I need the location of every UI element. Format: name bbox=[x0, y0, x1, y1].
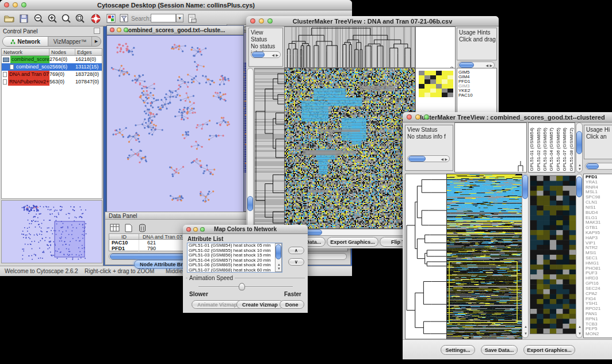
zoom-selected-icon[interactable] bbox=[60, 13, 72, 24]
tv2-gene-label[interactable]: PHO81 bbox=[586, 266, 612, 271]
network-frame-active[interactable]: combined_scores_good.txt--cluste... bbox=[106, 25, 244, 212]
zoom-fit-icon[interactable] bbox=[74, 13, 86, 24]
tv2-collabel-scrollbar[interactable]: ▲▼ bbox=[576, 122, 583, 173]
tv2-gene-label[interactable]: MSI1 bbox=[586, 251, 612, 256]
open-file-icon[interactable] bbox=[3, 13, 15, 24]
attribute-table-icon[interactable] bbox=[109, 222, 120, 233]
tv2-gene-label[interactable]: FIG4 bbox=[586, 297, 612, 302]
tv2-gene-label[interactable]: HAP3 bbox=[586, 236, 612, 241]
attribute-list-scrollbar[interactable]: ▲▼ bbox=[275, 243, 282, 272]
tv2-gene-label[interactable]: YRA1 bbox=[586, 180, 612, 185]
tv2-status-scrollbar[interactable]: ◀▶ bbox=[407, 155, 450, 162]
tv1-heatmap-canvas[interactable] bbox=[284, 68, 415, 229]
tv2-gene-label[interactable]: MSL1 bbox=[586, 190, 612, 195]
tv1-row-label[interactable]: PAC10 bbox=[458, 93, 496, 98]
tv2-button-settings[interactable]: Settings... bbox=[441, 345, 475, 355]
filter-icon[interactable] bbox=[118, 13, 130, 24]
move-down-button[interactable]: ∨ bbox=[288, 258, 304, 266]
tv2-column-label[interactable]: GPL51-04 (GSM857) bbox=[548, 128, 554, 171]
tv2-gene-label[interactable]: MON2 bbox=[586, 332, 612, 337]
tv2-gene-label[interactable]: HMG1 bbox=[586, 261, 612, 266]
attribute-list[interactable]: GPL51-01 (GSM854) heat shock 05 minGPL51… bbox=[187, 243, 282, 273]
window-controls[interactable] bbox=[4, 2, 26, 7]
network-table-row[interactable]: combined_sco2569(6)13112(15) bbox=[2, 63, 102, 71]
tv2-column-label[interactable]: GPL51-06 (GSM865) bbox=[555, 128, 561, 171]
tv2-gene-label[interactable]: PAN1 bbox=[586, 312, 612, 317]
birdseye-canvas[interactable] bbox=[2, 201, 102, 263]
vizmapper-icon[interactable] bbox=[105, 13, 117, 24]
tv2-gene-label[interactable]: SEC1 bbox=[586, 256, 612, 261]
tv2-hints-scrollbar[interactable] bbox=[585, 163, 612, 170]
minimize-icon[interactable] bbox=[193, 227, 198, 232]
network-table-row[interactable]: combined_scores2764(0)16218(0) bbox=[2, 56, 102, 63]
tv2-column-label[interactable]: GPL51-07 (GSM868) bbox=[561, 128, 568, 171]
network-view-canvas[interactable] bbox=[107, 35, 243, 212]
tv2-column-label[interactable]: GPL51-01 (GSM854) bbox=[529, 128, 535, 171]
zoom-window-icon[interactable] bbox=[124, 28, 128, 32]
close-icon[interactable] bbox=[110, 28, 114, 32]
network-table-row[interactable]: DNA and Tran 07769(0)183728(0) bbox=[2, 71, 102, 78]
tv2-gene-label[interactable]: PFD1 bbox=[586, 175, 612, 180]
tv2-gene-label[interactable]: KAP95 bbox=[586, 231, 612, 236]
attribute-list-item[interactable]: GPL51-07 (GSM868) heat shock 60 min bbox=[189, 268, 282, 273]
tv2-gene-label[interactable]: GTB1 bbox=[586, 225, 612, 231]
tv2-gene-label[interactable]: CPA2 bbox=[586, 292, 612, 297]
treeview1-titlebar[interactable]: ClusterMaker TreeView : DNA and Tran 07-… bbox=[246, 16, 499, 26]
close-icon[interactable] bbox=[407, 114, 412, 120]
tv2-row-dendrogram[interactable] bbox=[405, 174, 447, 339]
tv2-gene-label[interactable]: NTR2 bbox=[586, 246, 612, 251]
tv2-gene-label[interactable]: RNR4 bbox=[586, 185, 612, 190]
map-dialog-titlebar[interactable]: Map Colors to Network bbox=[183, 225, 308, 234]
tv2-gene-label[interactable]: MAK31 bbox=[586, 220, 612, 225]
tv2-column-label[interactable]: GPL51-03 (GSM856) bbox=[542, 128, 548, 171]
save-icon[interactable] bbox=[18, 13, 29, 24]
tv2-button-export-graphics[interactable]: Export Graphics... bbox=[523, 345, 575, 355]
tv2-gene-label[interactable]: VIP1 bbox=[586, 241, 612, 246]
close-icon[interactable] bbox=[4, 2, 9, 7]
tab-overflow-arrow[interactable]: ▶ bbox=[91, 37, 101, 46]
minimize-icon[interactable] bbox=[13, 2, 18, 7]
speed-slider-track[interactable] bbox=[198, 286, 293, 288]
tv1-left-scrollbar[interactable] bbox=[247, 68, 254, 228]
network-table-row[interactable]: RNAPuberNov2+563(0)107847(0) bbox=[2, 78, 102, 86]
tv2-gene-label[interactable]: PUF3 bbox=[586, 271, 612, 276]
tv2-heatmap-canvas[interactable] bbox=[446, 174, 522, 339]
birdseye-panel[interactable] bbox=[1, 200, 102, 263]
tv2-heatmap-vscrollbar[interactable]: ▲▼ bbox=[522, 174, 529, 338]
close-icon[interactable] bbox=[250, 18, 255, 24]
float-panel-icon[interactable] bbox=[94, 28, 100, 34]
annotation-icon[interactable] bbox=[186, 13, 198, 24]
tv2-gene-label[interactable]: RPO21 bbox=[586, 306, 612, 312]
zoom-out-icon[interactable] bbox=[33, 13, 44, 24]
tv1-column-dendrogram[interactable] bbox=[284, 26, 415, 68]
delete-attribute-icon[interactable] bbox=[136, 222, 148, 233]
tv2-gene-label[interactable]: TCB3 bbox=[586, 322, 612, 327]
minimize-icon[interactable] bbox=[259, 18, 264, 24]
tv2-column-label[interactable]: GPL51-02 (GSM855) bbox=[536, 128, 542, 171]
speed-slider-thumb[interactable] bbox=[239, 283, 245, 290]
tv2-gene-label[interactable]: YSH1 bbox=[586, 301, 612, 306]
zoom-window-icon[interactable] bbox=[200, 227, 205, 232]
tv1-button-export-graphics[interactable]: Export Graphics... bbox=[327, 237, 378, 247]
tv2-gene-label[interactable]: BUD4 bbox=[586, 210, 612, 216]
tv2-button-save-data[interactable]: Save Data... bbox=[481, 345, 518, 355]
done-button[interactable]: Done bbox=[280, 300, 304, 309]
close-icon[interactable] bbox=[186, 227, 191, 232]
tv1-status-scrollbar[interactable]: ◀▶ bbox=[251, 51, 281, 58]
network-table-header[interactable]: Network Nodes Edges bbox=[2, 49, 102, 56]
zoom-in-icon[interactable] bbox=[47, 13, 58, 24]
tv2-column-dendrogram[interactable] bbox=[454, 122, 527, 173]
new-attribute-icon[interactable] bbox=[123, 222, 134, 233]
tv2-gene-label[interactable]: CLN1 bbox=[586, 200, 612, 205]
zoom-window-icon[interactable] bbox=[21, 2, 26, 7]
zoom-window-icon[interactable] bbox=[267, 18, 273, 24]
tv2-zoom-heatmap-canvas[interactable] bbox=[530, 175, 576, 334]
help-lifering-icon[interactable] bbox=[90, 13, 101, 24]
tv2-gene-label[interactable]: SEC24 bbox=[586, 286, 612, 292]
tv2-gene-label[interactable]: RPN1 bbox=[586, 317, 612, 322]
search-input[interactable] bbox=[151, 14, 176, 22]
tv1-row-dendrogram[interactable] bbox=[254, 68, 285, 229]
minimize-icon[interactable] bbox=[415, 114, 420, 120]
tv2-gene-label[interactable]: HRD3 bbox=[586, 276, 612, 281]
tv2-genes-scrollbar[interactable]: ▲▼ bbox=[576, 174, 583, 338]
